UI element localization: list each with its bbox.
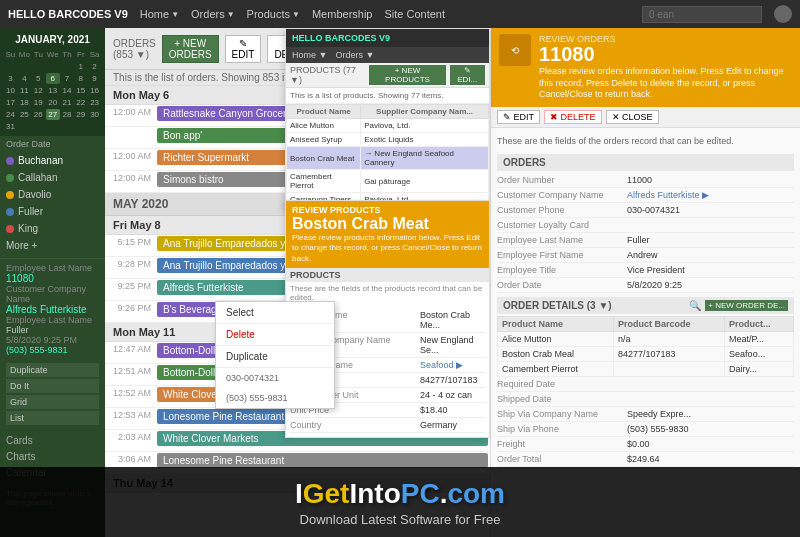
new-orders-button[interactable]: + NEW ORDERS (162, 35, 219, 63)
cal-cell[interactable]: 16 (88, 85, 101, 96)
cal-cell[interactable]: 9 (88, 73, 101, 84)
order-detail-row[interactable]: Alice Mutton n/a Meat/P... (498, 332, 794, 347)
event-time: 12:00 AM (105, 149, 155, 170)
section-label[interactable]: ORDER DETAILS (3 ▼) (503, 300, 612, 311)
context-select[interactable]: Select (216, 302, 334, 323)
context-duplicate[interactable]: Duplicate (216, 346, 334, 367)
nav-orders[interactable]: Orders ▼ (191, 8, 235, 20)
cal-cell[interactable]: 14 (61, 85, 74, 96)
sidebar-filter-callahan[interactable]: Callahan (0, 169, 105, 186)
new-products-button[interactable]: + NEW PRODUCTS (369, 65, 445, 85)
cal-cell[interactable]: 11 (18, 85, 31, 96)
nested-nav-home[interactable]: Home ▼ (292, 50, 327, 60)
products-count[interactable]: PRODUCTS (77 ▼) (290, 65, 365, 85)
cal-cell[interactable]: 3 (4, 73, 17, 84)
search-input[interactable] (642, 6, 762, 23)
field-label: Ship Via Phone (497, 424, 627, 434)
field-freight: Freight $0.00 (497, 437, 794, 452)
list-button[interactable]: List (6, 411, 99, 425)
nav-charts[interactable]: Charts (6, 449, 99, 464)
panel-delete-button[interactable]: ✖ DELETE (544, 110, 602, 124)
nav-cards[interactable]: Cards (6, 433, 99, 448)
cal-cell[interactable] (61, 61, 74, 72)
cal-cell[interactable]: 18 (18, 97, 31, 108)
cal-cell[interactable]: 8 (74, 73, 87, 84)
watermark-into: Into (349, 478, 400, 509)
cal-cell[interactable]: 2 (88, 61, 101, 72)
product-row[interactable]: Aniseed Syrup Exotic Liquids (287, 133, 489, 147)
cal-cell[interactable]: 10 (4, 85, 17, 96)
product-row[interactable]: Camembert Pierrot Gai pâturage (287, 170, 489, 193)
cal-cell[interactable]: 25 (18, 109, 31, 120)
cal-cell[interactable]: 17 (4, 97, 17, 108)
orders-section-header: ORDERS (497, 154, 794, 171)
grid-button[interactable]: Grid (6, 395, 99, 409)
sidebar-filter-buchanan[interactable]: Buchanan (0, 152, 105, 169)
cal-cell[interactable]: 1 (74, 61, 87, 72)
duplicate-button[interactable]: Duplicate (6, 363, 99, 377)
order-detail-row[interactable]: Camembert Pierrot Dairy... (498, 362, 794, 377)
nav-products[interactable]: Products ▼ (247, 8, 300, 20)
orders-count[interactable]: ORDERS (853 ▼) (113, 38, 156, 60)
cal-cell[interactable]: 31 (4, 121, 17, 132)
nested-logo: HELLO BARCODES V9 (292, 33, 390, 43)
orders-detail-panel: ⟲ REVIEW ORDERS 11080 Please review orde… (490, 28, 800, 537)
cal-cell[interactable] (46, 61, 60, 72)
do-it-button[interactable]: Do It (6, 379, 99, 393)
cal-cell[interactable]: 19 (32, 97, 45, 108)
field-value[interactable]: Alfreds Futterkiste ▶ (627, 190, 794, 200)
cal-cell[interactable] (18, 61, 31, 72)
panel-close-button[interactable]: ✕ CLOSE (606, 110, 659, 124)
nav-home[interactable]: Home ▼ (140, 8, 179, 20)
cal-cell-today[interactable]: 27 (46, 109, 60, 120)
cal-cell[interactable]: 28 (61, 109, 74, 120)
field-order-number: Order Number 11000 (497, 173, 794, 188)
nav-site-content[interactable]: Site Content (384, 8, 445, 20)
nested-nav-orders[interactable]: Orders ▼ (335, 50, 374, 60)
context-delete[interactable]: Delete (216, 324, 334, 345)
cal-cell[interactable]: 24 (4, 109, 17, 120)
event-time: 12:52 AM (105, 386, 155, 407)
cal-cell[interactable]: 4 (18, 73, 31, 84)
filter-label: Callahan (18, 172, 57, 183)
search-icon[interactable]: 🔍 (689, 300, 701, 311)
cal-cell[interactable]: 12 (32, 85, 45, 96)
product-name: Boston Crab Meat (287, 147, 361, 170)
cal-cell[interactable]: 21 (61, 97, 74, 108)
cal-cell[interactable]: 22 (74, 97, 87, 108)
field-ship-phone: Ship Via Phone (503) 555-9830 (497, 422, 794, 437)
product-category: Seafoo... (725, 347, 794, 362)
sidebar-more[interactable]: More + (0, 237, 105, 254)
product-name: Alice Mutton (287, 119, 361, 133)
sidebar-filter-davolio[interactable]: Davolio (0, 186, 105, 203)
cal-cell[interactable]: 7 (61, 73, 74, 84)
product-row[interactable]: Alice Mutton Pavlova, Ltd. (287, 119, 489, 133)
product-row-selected[interactable]: Boston Crab Meat → New England Seafood C… (287, 147, 489, 170)
cal-cell[interactable]: 20 (46, 97, 60, 108)
cal-cell[interactable]: 26 (32, 109, 45, 120)
cal-cell[interactable] (32, 61, 45, 72)
phone-value: (503) 555-9831 (6, 345, 99, 355)
calendar-event[interactable]: Lonesome Pine Restaurant (157, 453, 488, 468)
cal-cell[interactable]: 30 (88, 109, 101, 120)
supplier-name: → New England Seafood Cannery (361, 147, 489, 170)
sidebar-filter-fuller[interactable]: Fuller (0, 203, 105, 220)
order-detail-row[interactable]: Boston Crab Meal 84277/107183 Seafoo... (498, 347, 794, 362)
panel-edit-button[interactable]: ✎ EDIT (497, 110, 540, 124)
cal-cell[interactable]: 23 (88, 97, 101, 108)
edit-button[interactable]: ✎ EDIT (225, 35, 262, 63)
nav-membership[interactable]: Membership (312, 8, 373, 20)
cal-cell[interactable]: 29 (74, 109, 87, 120)
event-time: 12:00 AM (105, 171, 155, 192)
cal-cell[interactable] (4, 61, 17, 72)
cal-cell[interactable]: 5 (32, 73, 45, 84)
products-table: Product Name Supplier Company Nam... Ali… (286, 104, 489, 207)
cal-cell[interactable]: 15 (74, 85, 87, 96)
col-product-barcode: Product Barcode (613, 317, 724, 332)
sidebar-filter-king[interactable]: King (0, 220, 105, 237)
cal-cell-6[interactable]: 6 (46, 73, 60, 84)
edit-products-button[interactable]: ✎ EDI... (450, 65, 485, 85)
field-value[interactable]: Seafood ▶ (420, 360, 485, 370)
new-order-detail-button[interactable]: + NEW ORDER DE... (705, 300, 788, 311)
cal-cell[interactable]: 13 (46, 85, 60, 96)
